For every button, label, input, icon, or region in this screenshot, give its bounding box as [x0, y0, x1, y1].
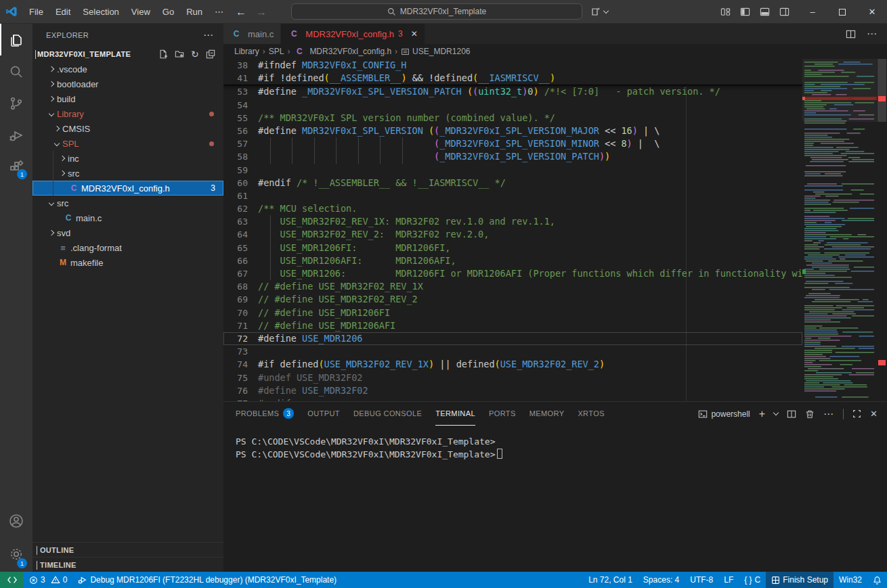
close-icon[interactable]: ✕	[411, 29, 418, 39]
panel-tab-terminal[interactable]: TERMINAL	[435, 402, 475, 426]
language-mode[interactable]: { }C	[739, 572, 766, 588]
problems-status[interactable]: 3 0	[24, 572, 72, 588]
code-line-71[interactable]: 71// #define USE_MDR1206AFI	[223, 319, 802, 332]
notifications-bell[interactable]	[867, 572, 887, 588]
copilot-menu[interactable]	[590, 3, 608, 20]
history-back-icon[interactable]: ←	[236, 6, 246, 18]
menu-selection[interactable]: Selection	[77, 0, 125, 24]
menu-edit[interactable]: Edit	[49, 0, 77, 24]
code-line-54[interactable]: 54	[223, 99, 802, 112]
debug-launch-status[interactable]: Debug MDR1206FI (FT2232HL debugger) (MDR…	[72, 572, 342, 588]
tree-item-inc[interactable]: inc	[33, 151, 223, 166]
maximize-panel-icon[interactable]	[852, 409, 861, 418]
toggle-panel-icon[interactable]	[760, 7, 770, 17]
code-line-64[interactable]: 64 USE_MDR32F02_REV_2: MDR32F02 rev.2.0,	[223, 228, 802, 241]
breadcrumb-item[interactable]: CMDR32VF0xI_config.h	[293, 47, 391, 56]
new-folder-icon[interactable]	[175, 49, 184, 59]
panel-tab-output[interactable]: OUTPUT	[307, 402, 340, 426]
tree-item-mainc[interactable]: Cmain.c	[33, 210, 223, 225]
breadcrumb-item[interactable]: USE_MDR1206	[401, 47, 470, 56]
code-line-70[interactable]: 70// #define USE_MDR1206FI	[223, 307, 802, 319]
minimap[interactable]	[802, 59, 877, 401]
tree-item-mdr32vf0xiconfigh[interactable]: CMDR32VF0xI_config.h3	[33, 181, 223, 196]
panel-more-actions-icon[interactable]: ⋯	[823, 408, 834, 420]
split-editor-icon[interactable]	[846, 29, 856, 39]
new-file-icon[interactable]	[158, 49, 168, 59]
code-line-74[interactable]: 74#if defined(USE_MDR32F02_REV_1X) || de…	[223, 358, 802, 371]
tree-item-src[interactable]: src	[33, 196, 223, 210]
encoding-status[interactable]: UTF-8	[685, 572, 718, 588]
cursor-position[interactable]: Ln 72, Col 1	[583, 572, 638, 588]
settings-button[interactable]: 1	[0, 537, 33, 572]
sidebar-item-search[interactable]	[0, 55, 33, 87]
tree-item-cmsis[interactable]: CMSIS	[33, 121, 223, 136]
menu-go[interactable]: Go	[156, 0, 180, 24]
code-line-62[interactable]: 62/** MCU selection.	[223, 202, 802, 215]
breadcrumb-item[interactable]: SPL	[269, 47, 284, 56]
code-line-63[interactable]: 63 USE_MDR32F02_REV_1X: MDR32F02 rev.1.0…	[223, 215, 802, 228]
code-line-67[interactable]: 67 USE_MDR1206: MDR1206FI or MDR1206AFI …	[223, 267, 802, 280]
menu-view[interactable]: View	[125, 0, 156, 24]
indentation-status[interactable]: Spaces: 4	[638, 572, 685, 588]
code-line-76[interactable]: 76#define USE_MDR32F02	[223, 384, 802, 397]
tab-mdr32vf0xiconfigh[interactable]: CMDR32VF0xI_config.h3✕	[281, 24, 425, 44]
account-button[interactable]	[0, 505, 33, 537]
window-maximize-button[interactable]	[827, 0, 857, 24]
chevron-down-icon[interactable]	[773, 410, 779, 415]
code-line-68[interactable]: 68// #define USE_MDR32F02_REV_1X	[223, 280, 802, 293]
toggle-primary-sidebar-icon[interactable]	[740, 7, 750, 17]
menu-file[interactable]: File	[23, 0, 49, 24]
toggle-secondary-sidebar-icon[interactable]	[779, 7, 789, 17]
code-line-60[interactable]: 60#endif /* !__ASSEMBLER__ && !__IASMRIS…	[223, 177, 802, 189]
tree-item-bootloader[interactable]: bootloader	[33, 76, 223, 91]
refresh-icon[interactable]: ↻	[191, 49, 199, 60]
project-root-row[interactable]: MDR32VF0XI_TEMPLATE ↻	[33, 47, 223, 62]
eol-status[interactable]: LF	[718, 572, 739, 588]
timeline-section-header[interactable]: TIMELINE	[33, 557, 223, 572]
collapse-folders-icon[interactable]	[206, 49, 215, 59]
customize-layout-icon[interactable]	[720, 7, 731, 17]
code-editor[interactable]: 38#ifndef MDR32VF0xI_CONFIG_H41#if !defi…	[223, 59, 887, 401]
window-close-button[interactable]: ✕	[857, 0, 887, 24]
tree-item-makefile[interactable]: Mmakefile	[33, 255, 223, 270]
code-line-66[interactable]: 66 USE_MDR1206AFI: MDR1206AFI,	[223, 254, 802, 267]
sidebar-item-extensions[interactable]: 1	[0, 151, 33, 183]
code-line-41[interactable]: 41#if !defined(__ASSEMBLER__) && !define…	[223, 72, 802, 85]
code-line-53[interactable]: 53#define _MDR32VF0xI_SPL_VERSION_PATCH …	[223, 85, 802, 98]
tree-item-library[interactable]: Library	[33, 106, 223, 121]
tree-item-clangformat[interactable]: ≡.clang-format	[33, 240, 223, 255]
window-minimize-button[interactable]: –	[798, 0, 827, 24]
outline-section-header[interactable]: OUTLINE	[33, 542, 223, 557]
panel-tab-problems[interactable]: PROBLEMS3	[236, 402, 294, 426]
menu-more[interactable]: ⋯	[209, 0, 230, 24]
tree-item-src[interactable]: src	[33, 166, 223, 181]
code-line-77[interactable]: 77#endif	[223, 397, 802, 401]
code-line-58[interactable]: 58 (_MDR32VF0xI_SPL_VERSION_PATCH))	[223, 150, 802, 163]
remote-indicator[interactable]	[0, 572, 24, 588]
split-terminal-icon[interactable]	[787, 409, 796, 419]
sidebar-item-run-debug[interactable]	[0, 119, 33, 151]
panel-tab-xrtos[interactable]: XRTOS	[578, 402, 605, 426]
code-line-57[interactable]: 57 (_MDR32VF0xI_SPL_VERSION_MINOR << 8) …	[223, 137, 802, 150]
code-line-56[interactable]: 56#define MDR32VF0xI_SPL_VERSION ((_MDR3…	[223, 125, 802, 137]
scrollbar-thumb[interactable]	[878, 59, 886, 122]
panel-tab-memory[interactable]: MEMORY	[529, 402, 565, 426]
platform-status[interactable]: Win32	[834, 572, 867, 588]
code-line-69[interactable]: 69// #define USE_MDR32F02_REV_2	[223, 293, 802, 306]
tab-mainc[interactable]: Cmain.c	[223, 24, 281, 44]
tree-item-vscode[interactable]: .vscode	[33, 62, 223, 76]
editor-more-actions-icon[interactable]: ⋯	[867, 28, 878, 40]
panel-tab-ports[interactable]: PORTS	[489, 402, 516, 426]
close-panel-icon[interactable]: ✕	[870, 409, 878, 419]
editor-scrollbar[interactable]	[877, 59, 887, 401]
explorer-more-actions-icon[interactable]: ⋯	[203, 29, 214, 41]
code-line-55[interactable]: 55/** MDR32VF0xI SPL version number (com…	[223, 112, 802, 125]
code-line-59[interactable]: 59	[223, 164, 802, 177]
new-terminal-icon[interactable]: +	[759, 408, 765, 420]
code-line-72[interactable]: 72#define USE_MDR1206	[223, 332, 802, 345]
panel-tab-debugconsole[interactable]: DEBUG CONSOLE	[353, 402, 422, 426]
code-line-38[interactable]: 38#ifndef MDR32VF0xI_CONFIG_H	[223, 59, 802, 72]
command-center-search[interactable]: MDR32VF0xI_Template	[291, 3, 582, 20]
sidebar-item-source-control[interactable]	[0, 87, 33, 119]
code-line-73[interactable]: 73	[223, 345, 802, 358]
